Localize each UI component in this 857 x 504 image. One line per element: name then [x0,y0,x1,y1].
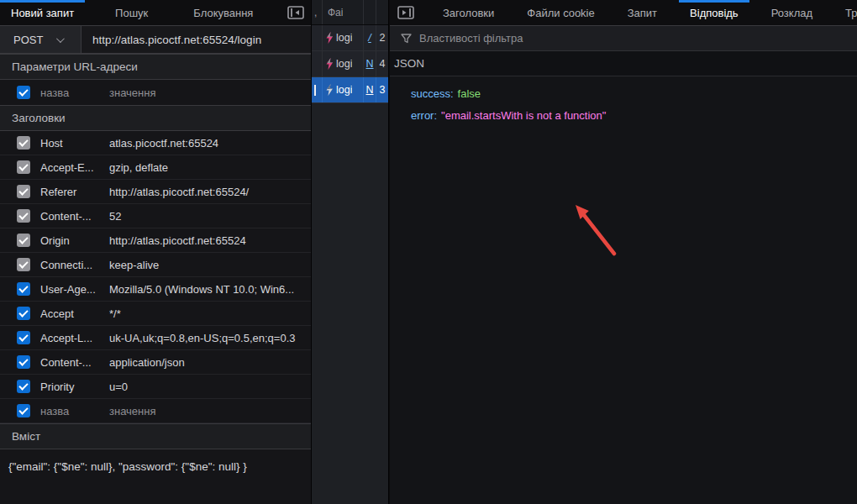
tab-search[interactable]: Пошук [104,0,159,25]
section-headers[interactable]: Заголовки [0,105,311,131]
json-property-error[interactable]: error: "email.startsWith is not a functi… [390,104,857,126]
row-file-cell: logi [323,51,364,76]
lightning-bolt-icon [325,58,334,70]
param-value-input[interactable]: значення [109,87,311,99]
header-name[interactable]: Accept-L... [40,332,109,344]
url-text: http://atlas.picoctf.net:65524/login [92,34,261,46]
row-file-label: logi [336,84,352,96]
column-header-c[interactable] [364,0,376,24]
column-header-a[interactable]: , [312,0,323,24]
tab-timings[interactable]: Розклад [760,0,823,25]
section-url-params[interactable]: Параметри URL-адреси [0,54,311,80]
column-header-d[interactable] [376,0,388,24]
column-header-file[interactable]: Фаі [323,0,364,24]
header-value[interactable]: http://atlas.picoctf.net:65524/ [109,186,311,198]
header-value[interactable]: atlas.picoctf.net:65524 [109,137,311,150]
request-editor-panel: Новий запит Пошук Блокування P [0,0,312,504]
header-name[interactable]: Host [40,137,109,150]
row-status-cell [312,51,323,76]
new-header-value-input[interactable]: значення [109,405,311,417]
header-name[interactable]: Referer [40,186,109,198]
tab-headers[interactable]: Заголовки [432,0,505,25]
header-checkbox[interactable] [17,258,30,271]
collapse-left-pane-button[interactable] [281,0,311,25]
method-select[interactable]: POST [0,26,81,53]
header-value[interactable]: uk-UA,uk;q=0.8,en-US;q=0.5,en;q=0.3 [109,332,311,344]
new-header-name-input[interactable]: назва [40,405,109,417]
lightning-bolt-icon [325,84,334,96]
json-response-viewer: success: false error: "email.startsWith … [390,76,857,504]
red-annotation-arrow [555,192,639,276]
header-value[interactable]: */* [109,307,311,320]
editor-tabbar: Новий запит Пошук Блокування [0,0,311,26]
header-value[interactable]: u=0 [109,381,311,393]
header-checkbox[interactable] [17,307,30,320]
param-checkbox[interactable] [17,86,30,99]
header-row-new: назва значення [0,399,311,423]
json-property-success[interactable]: success: false [390,82,857,104]
param-name-input[interactable]: назва [40,87,109,99]
header-row-content-length: Content-... 52 [0,204,311,228]
header-value[interactable]: keep-alive [109,259,311,271]
tab-blocking[interactable]: Блокування [182,0,264,25]
header-row-host: Host atlas.picoctf.net:65524 [0,131,311,155]
header-name[interactable]: Accept [40,307,109,320]
header-name[interactable]: User-Age... [40,283,109,296]
header-name[interactable]: Content-... [40,356,109,369]
section-headers-label: Заголовки [12,112,66,124]
header-name[interactable]: Content-... [40,210,109,223]
header-checkbox[interactable] [17,331,30,344]
request-list-row-selected[interactable]: logi N 3 [312,77,388,103]
request-list-row[interactable]: logi / 2 [312,25,388,51]
header-value[interactable]: application/json [109,356,311,369]
row-file-label: logi [336,32,352,44]
header-checkbox[interactable] [17,136,30,150]
header-checkbox[interactable] [17,185,30,198]
tab-response[interactable]: Відповідь [679,0,749,25]
header-value[interactable]: http://atlas.picoctf.net:65524 [109,234,311,247]
request-list-row[interactable]: logi N 4 [312,51,388,77]
header-checkbox[interactable] [17,160,30,174]
property-value: "email.startsWith is not a function" [441,109,606,122]
tab-new-request[interactable]: Новий запит [0,0,85,25]
tab-stack-trace-label: Трасува [845,7,857,19]
row-link-cell: N [364,51,376,76]
expand-details-pane-button[interactable] [390,0,421,25]
url-input[interactable]: http://atlas.picoctf.net:65524/login [81,26,311,53]
filter-placeholder: Властивості фільтра [419,32,523,45]
header-checkbox[interactable] [17,234,30,247]
row-size-cell: 3 [376,77,388,102]
header-checkbox[interactable] [17,404,30,417]
tab-blocking-label: Блокування [193,7,253,19]
header-value[interactable]: 52 [109,210,311,223]
request-list-header: , Фаі [312,0,388,25]
header-value[interactable]: gzip, deflate [109,161,311,174]
request-details-panel: Заголовки Файли cookie Запит Відповідь Р… [390,0,857,504]
tab-cookies-label: Файли cookie [527,7,594,19]
header-row-accept: Accept */* [0,302,311,326]
row-link-cell: N [364,77,376,102]
properties-filter-input[interactable]: Властивості фільтра [390,26,857,51]
tab-request[interactable]: Запит [617,0,668,25]
tab-cookies[interactable]: Файли cookie [516,0,605,25]
header-checkbox[interactable] [17,355,30,369]
method-label: POST [13,34,43,46]
header-checkbox[interactable] [17,282,30,296]
request-body-textarea[interactable]: {"email": {"$ne": null}, "password": {"$… [0,449,311,504]
tab-request-label: Запит [628,7,657,19]
header-name[interactable]: Priority [40,381,109,393]
section-content[interactable]: Вміст [0,423,311,449]
header-name[interactable]: Origin [40,234,109,247]
header-checkbox[interactable] [17,380,30,393]
json-section-header[interactable]: JSON [390,51,857,76]
tab-timings-label: Розклад [771,7,812,19]
header-checkbox[interactable] [17,209,30,223]
details-tabbar: Заголовки Файли cookie Запит Відповідь Р… [390,0,857,26]
header-name[interactable]: Connecti... [40,259,109,271]
tab-stack-trace[interactable]: Трасува [834,0,857,25]
header-name[interactable]: Accept-E... [40,161,109,174]
request-url-row: POST http://atlas.picoctf.net:65524/logi… [0,26,311,54]
expand-details-icon [397,6,414,19]
chevron-down-icon [56,34,65,43]
header-value[interactable]: Mozilla/5.0 (Windows NT 10.0; Win6... [109,283,311,296]
